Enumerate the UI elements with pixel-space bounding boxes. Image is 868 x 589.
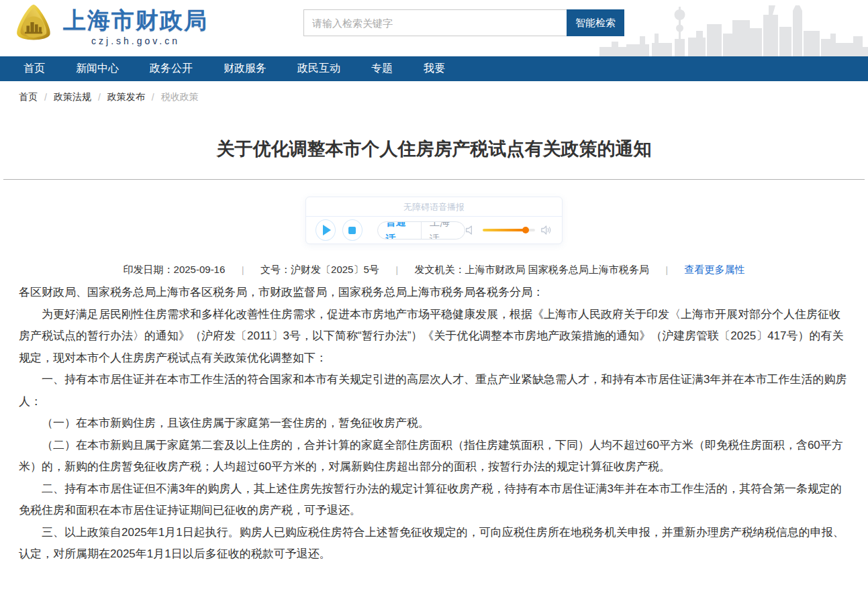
language-toggle: 普通话 上海话 <box>377 221 465 239</box>
search-input[interactable] <box>303 9 567 36</box>
paragraph: 一、持有本市居住证并在本市工作生活的符合国家和本市有关规定引进的高层次人才、重点… <box>19 369 851 413</box>
nav-item-interaction[interactable]: 政民互动 <box>297 62 340 76</box>
meta-separator: ｜ <box>663 264 671 276</box>
breadcrumb: 首页 / 政策法规 / 政策发布 / 税收政策 <box>0 81 868 112</box>
play-button[interactable] <box>316 219 336 241</box>
stop-button[interactable] <box>342 219 363 241</box>
nav-item-home[interactable]: 首页 <box>23 62 45 76</box>
language-option-mandarin[interactable]: 普通话 <box>378 221 421 239</box>
accessible-audio-player: 无障碍语音播报 普通话 上海话 <box>305 197 563 244</box>
paragraph: 为更好满足居民刚性住房需求和多样化改善性住房需求，促进本市房地产市场平稳健康发展… <box>19 304 851 370</box>
print-date-label: 印发日期： <box>124 264 174 275</box>
language-option-shanghainese[interactable]: 上海话 <box>421 221 465 239</box>
breadcrumb-policy-release[interactable]: 政策发布 <box>107 91 145 103</box>
site-name: 上海市财政局 <box>63 5 208 35</box>
print-date: 印发日期：2025-09-16 <box>124 264 226 276</box>
stop-icon <box>348 227 356 234</box>
signature-agency: 上海市财政局 <box>0 586 853 589</box>
main-nav: 首页 新闻中心 政务公开 财政服务 政民互动 专题 我要 <box>0 56 868 81</box>
article-body: 各区财政局、国家税务总局上海市各区税务局，市财政监督局，国家税务总局上海市税务局… <box>0 276 868 566</box>
finance-bureau-emblem-icon <box>11 3 56 47</box>
breadcrumb-home[interactable]: 首页 <box>19 91 38 103</box>
print-date-value: 2025-09-16 <box>174 264 226 275</box>
page-title: 关于优化调整本市个人住房房产税试点有关政策的通知 <box>27 137 841 161</box>
nav-item-i-want[interactable]: 我要 <box>424 62 445 76</box>
paragraph: （二）在本市新购且属于家庭第二套及以上住房的，合并计算的家庭全部住房面积（指住房… <box>19 435 851 478</box>
meta-separator: ｜ <box>238 264 247 276</box>
breadcrumb-current-tax-policy: 税收政策 <box>161 91 199 103</box>
volume-control <box>465 225 552 235</box>
play-icon <box>323 225 331 235</box>
meta-separator: ｜ <box>393 264 401 276</box>
nav-item-finance-services[interactable]: 财政服务 <box>224 62 267 76</box>
breadcrumb-separator: / <box>152 92 154 103</box>
paragraph: （一）在本市新购住房，且该住房属于家庭第一套住房的，暂免征收房产税。 <box>19 413 851 435</box>
issuing-agency: 发文机关：上海市财政局 国家税务总局上海市税务局 <box>415 264 649 276</box>
site-logo[interactable]: 上海市财政局 czj.sh.gov.cn <box>11 1 208 47</box>
smart-search-button[interactable]: 智能检索 <box>567 9 624 36</box>
nav-item-gov-affairs[interactable]: 政务公开 <box>150 62 193 76</box>
site-header: 上海市财政局 czj.sh.gov.cn 智能检索 <box>0 0 868 56</box>
nav-item-news[interactable]: 新闻中心 <box>76 62 119 76</box>
view-more-attributes-link[interactable]: 查看更多属性 <box>684 264 744 276</box>
document-meta: 印发日期：2025-09-16 ｜ 文号：沪财发〔2025〕5号 ｜ 发文机关：… <box>0 264 868 276</box>
doc-number-label: 文号： <box>260 264 291 275</box>
doc-number-value: 沪财发〔2025〕5号 <box>291 264 379 275</box>
breadcrumb-separator: / <box>98 92 101 103</box>
audio-player-title: 无障碍语音播报 <box>306 197 562 217</box>
paragraph: 二、持有本市居住证但不满3年的购房人，其上述住房先按暂行办法的规定计算征收房产税… <box>19 478 851 522</box>
paragraph: 三、以上政策自2025年1月1日起执行。购房人已购应税住房符合上述暂免征收规定的… <box>19 522 851 566</box>
volume-slider[interactable] <box>483 229 535 231</box>
city-skyline-decoration <box>599 4 868 56</box>
nav-item-topics[interactable]: 专题 <box>371 62 393 76</box>
title-divider <box>3 179 865 180</box>
speaker-low-icon <box>465 225 477 235</box>
doc-number: 文号：沪财发〔2025〕5号 <box>260 264 379 276</box>
signature-block: 上海市财政局 国家税务总局上海市税务局 2025年9月16日 <box>0 586 868 589</box>
search-box: 智能检索 <box>303 9 624 36</box>
speaker-high-icon <box>541 225 552 235</box>
breadcrumb-separator: / <box>44 92 47 103</box>
salutation: 各区财政局、国家税务总局上海市各区税务局，市财政监督局，国家税务总局上海市税务局… <box>19 282 851 304</box>
issuing-agency-value: 上海市财政局 国家税务总局上海市税务局 <box>465 264 649 275</box>
breadcrumb-policy-regulations[interactable]: 政策法规 <box>54 91 91 103</box>
issuing-agency-label: 发文机关： <box>415 264 465 275</box>
site-domain: czj.sh.gov.cn <box>91 36 180 46</box>
volume-knob[interactable] <box>522 227 529 233</box>
